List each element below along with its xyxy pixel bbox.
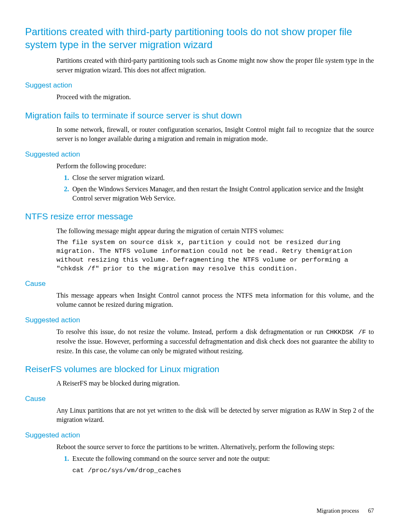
body-paragraph: The following message might appear durin… <box>56 226 374 236</box>
body-paragraph: This message appears when Insight Contro… <box>56 291 374 310</box>
list-item: Close the server migration wizard. <box>71 173 374 182</box>
section-title-migration-fails: Migration fails to terminate if source s… <box>25 110 374 121</box>
procedure-list: Close the server migration wizard. Open … <box>56 173 374 203</box>
body-paragraph: Partitions created with third-party part… <box>56 56 374 75</box>
body-paragraph: Proceed with the migration. <box>56 93 374 102</box>
subsection-suggest-action: Suggest action <box>25 81 374 90</box>
subsection-suggested-action: Suggested action <box>25 431 374 440</box>
list-item: Open the Windows Services Manager, and t… <box>71 185 374 203</box>
body-paragraph: A ReiserFS may be blocked during migrati… <box>56 379 374 388</box>
section-title-reiserfs: ReiserFS volumes are blocked for Linux m… <box>25 363 374 375</box>
page-footer: Migration process 67 <box>317 507 374 515</box>
subsection-cause: Cause <box>25 279 374 288</box>
subsection-suggested-action: Suggested action <box>25 316 374 325</box>
inline-code: CHKKDSK /F <box>326 329 366 336</box>
body-paragraph: Reboot the source server to force the pa… <box>56 442 374 452</box>
code-block: The file system on source disk x, partit… <box>56 238 374 273</box>
body-paragraph: Any Linux partitions that are not yet wr… <box>56 406 374 425</box>
footer-label: Migration process <box>317 508 359 514</box>
footer-page-number: 67 <box>368 508 374 514</box>
procedure-list: Execute the following command on the sou… <box>56 454 374 475</box>
text-span: To resolve this issue, do not resize the… <box>56 328 326 335</box>
subsection-suggested-action: Suggested action <box>25 150 374 159</box>
list-item-text: Execute the following command on the sou… <box>72 454 374 463</box>
subsection-cause: Cause <box>25 394 374 403</box>
section-title-partitions: Partitions created with third-party part… <box>25 25 374 51</box>
body-paragraph: To resolve this issue, do not resize the… <box>56 327 374 356</box>
code-block: cat /proc/sys/vm/drop_caches <box>72 466 374 475</box>
body-paragraph: Perform the following procedure: <box>56 162 374 171</box>
body-paragraph: In some network, firewall, or router con… <box>56 125 374 144</box>
section-title-ntfs: NTFS resize error message <box>25 211 374 222</box>
list-item: Execute the following command on the sou… <box>71 454 374 475</box>
